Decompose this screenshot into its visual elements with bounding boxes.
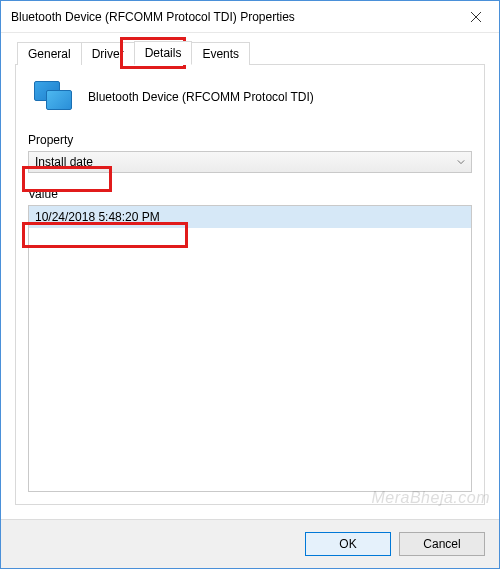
properties-window: Bluetooth Device (RFCOMM Protocol TDI) P… <box>0 0 500 569</box>
cancel-button[interactable]: Cancel <box>399 532 485 556</box>
dialog-buttons: OK Cancel <box>1 519 499 568</box>
tab-strip: General Driver Details Events <box>17 41 485 65</box>
value-label: Value <box>28 187 472 201</box>
tab-driver[interactable]: Driver <box>81 42 135 65</box>
window-title: Bluetooth Device (RFCOMM Protocol TDI) P… <box>11 10 295 24</box>
device-header: Bluetooth Device (RFCOMM Protocol TDI) <box>28 81 472 113</box>
property-selected: Install date <box>35 155 93 169</box>
tab-details[interactable]: Details <box>134 41 193 65</box>
value-listbox[interactable]: 10/24/2018 5:48:20 PM <box>28 205 472 492</box>
close-icon <box>471 12 481 22</box>
chevron-down-icon <box>457 158 465 166</box>
device-name: Bluetooth Device (RFCOMM Protocol TDI) <box>88 90 314 104</box>
value-item[interactable]: 10/24/2018 5:48:20 PM <box>29 206 471 228</box>
titlebar: Bluetooth Device (RFCOMM Protocol TDI) P… <box>1 1 499 33</box>
property-label: Property <box>28 133 472 147</box>
ok-button[interactable]: OK <box>305 532 391 556</box>
device-icon <box>34 81 74 113</box>
tab-general[interactable]: General <box>17 42 82 65</box>
dialog-body: General Driver Details Events Bluetooth … <box>1 33 499 519</box>
property-dropdown[interactable]: Install date <box>28 151 472 173</box>
tab-events[interactable]: Events <box>191 42 250 65</box>
close-button[interactable] <box>453 1 499 33</box>
details-panel: Bluetooth Device (RFCOMM Protocol TDI) P… <box>15 64 485 505</box>
